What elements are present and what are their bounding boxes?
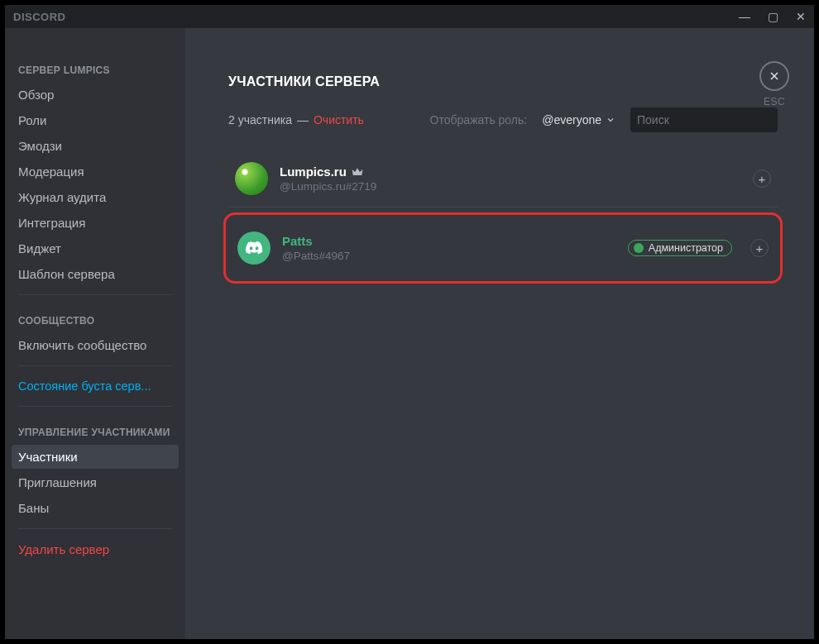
- member-count: 2 участника: [228, 113, 292, 126]
- window-minimize-button[interactable]: —: [738, 10, 751, 23]
- main-content: УЧАСТНИКИ СЕРВЕРА 2 участника — Очистить…: [185, 28, 814, 639]
- sidebar-item-bans[interactable]: Баны: [12, 496, 179, 520]
- sidebar-item-members[interactable]: Участники: [12, 445, 179, 469]
- sidebar-header-server: СЕРВЕР LUMPICS: [12, 53, 179, 81]
- member-row[interactable]: Patts @Patts#4967 Администратор +: [223, 212, 783, 284]
- role-color-dot: [634, 243, 644, 253]
- member-name: Lumpics.ru: [280, 165, 412, 179]
- sidebar-item-emoji[interactable]: Эмодзи: [12, 134, 179, 158]
- sidebar-item-overview[interactable]: Обзор: [12, 83, 179, 107]
- search-input[interactable]: [637, 113, 782, 126]
- member-tag: @Patts#4967: [282, 250, 414, 262]
- member-name: Patts: [282, 234, 414, 248]
- prune-members-link[interactable]: Очистить: [314, 113, 364, 126]
- dash-separator: —: [297, 113, 309, 126]
- member-row[interactable]: Lumpics.ru @Lumpics.ru#2719 +: [228, 150, 778, 208]
- sidebar-header-community: СООБЩЕСТВО: [12, 303, 179, 332]
- role-filter-value: @everyone: [542, 113, 601, 126]
- app-title: DISCORD: [13, 11, 65, 23]
- role-chip-label: Администратор: [649, 242, 723, 254]
- sidebar-item-roles[interactable]: Роли: [12, 108, 179, 132]
- esc-label: ESC: [759, 96, 789, 107]
- sidebar-item-boost-status[interactable]: Состояние буста серв...: [12, 374, 179, 398]
- discord-logo-icon: [245, 241, 263, 255]
- close-settings-button[interactable]: [759, 61, 789, 91]
- titlebar: DISCORD — ▢ ✕: [5, 5, 814, 28]
- window-maximize-button[interactable]: ▢: [766, 10, 779, 23]
- sidebar-item-integrations[interactable]: Интеграция: [12, 211, 179, 235]
- sidebar-item-moderation[interactable]: Модерация: [12, 160, 179, 184]
- sidebar-item-enable-community[interactable]: Включить сообщество: [12, 333, 179, 357]
- members-list: Lumpics.ru @Lumpics.ru#2719 + Patts @Pat…: [228, 150, 778, 284]
- add-role-button[interactable]: +: [750, 239, 769, 257]
- members-toolbar: 2 участника — Очистить Отображать роль: …: [228, 107, 778, 132]
- display-role-label: Отображать роль:: [430, 113, 528, 126]
- close-region: ESC: [759, 61, 789, 107]
- search-field-wrapper[interactable]: [630, 107, 778, 132]
- sidebar-header-member-management: УПРАВЛЕНИЕ УЧАСТНИКАМИ: [12, 415, 179, 443]
- role-filter-select[interactable]: @everyone: [542, 113, 615, 126]
- add-role-button[interactable]: +: [753, 169, 771, 188]
- settings-sidebar: СЕРВЕР LUMPICS Обзор Роли Эмодзи Модерац…: [5, 28, 185, 639]
- sidebar-item-widget[interactable]: Виджет: [12, 236, 179, 260]
- sidebar-item-invites[interactable]: Приглашения: [12, 470, 179, 494]
- page-title: УЧАСТНИКИ СЕРВЕРА: [228, 74, 778, 89]
- chevron-down-icon: [606, 115, 615, 125]
- member-tag: @Lumpics.ru#2719: [280, 180, 412, 193]
- window-close-button[interactable]: ✕: [794, 10, 807, 23]
- crown-icon: [352, 167, 363, 177]
- sidebar-item-delete-server[interactable]: Удалить сервер: [12, 537, 179, 561]
- avatar: [237, 231, 271, 265]
- sidebar-item-server-template[interactable]: Шаблон сервера: [12, 262, 179, 286]
- sidebar-item-audit-log[interactable]: Журнал аудита: [12, 185, 179, 209]
- role-chip-administrator[interactable]: Администратор: [628, 240, 732, 256]
- avatar: [235, 162, 268, 195]
- close-icon: [768, 69, 781, 83]
